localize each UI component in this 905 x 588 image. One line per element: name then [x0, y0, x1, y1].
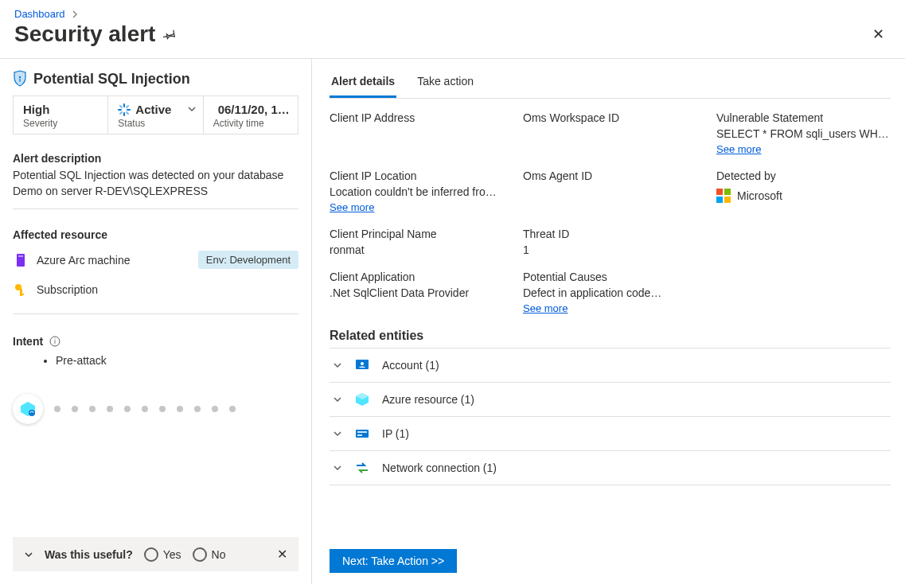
lbl-threat-id: Threat ID: [523, 228, 697, 240]
lbl-client-app: Client Application: [330, 271, 504, 283]
svg-rect-12: [18, 255, 23, 257]
tabs: Alert details Take action: [330, 70, 891, 99]
details-grid: Client IP Address Oms Workspace ID Vulne…: [330, 111, 891, 314]
affected-row-arc[interactable]: Azure Arc machine Env: Development: [13, 244, 298, 275]
active-icon: [118, 103, 131, 116]
status-label: Status: [118, 118, 193, 129]
lbl-oms-workspace: Oms Workspace ID: [523, 111, 697, 124]
feedback-bar: Was this useful? Yes No ✕: [13, 537, 298, 571]
account-icon: [353, 356, 371, 374]
val-detected-by: Microsoft: [737, 189, 782, 202]
related-row-network[interactable]: Network connection (1): [330, 451, 891, 485]
lbl-client-ip-loc: Client IP Location: [330, 169, 504, 182]
metric-severity: High Severity: [13, 96, 107, 134]
metric-activity: 06/11/20, 1… Activity time: [203, 96, 298, 134]
lbl-detected-by: Detected by: [716, 169, 891, 182]
key-icon: [13, 282, 29, 298]
intent-item: Pre-attack: [56, 354, 298, 367]
microsoft-logo-icon: [716, 189, 731, 203]
affected-row-subscription[interactable]: Subscription: [13, 275, 298, 304]
svg-line-6: [120, 106, 122, 107]
val-vuln-statement: SELECT * FROM sqli_users WHERE…: [716, 127, 891, 140]
network-connection-icon: [353, 459, 371, 477]
see-more-loc[interactable]: See more: [330, 201, 504, 213]
val-threat-id: 1: [523, 243, 697, 256]
intent-title: Intent: [13, 335, 43, 348]
see-more-causes[interactable]: See more: [523, 302, 697, 314]
related-row-account[interactable]: Account (1): [330, 349, 891, 383]
val-client-ip-loc: Location couldn't be inferred from…: [330, 185, 504, 198]
feedback-close-icon[interactable]: ✕: [277, 547, 287, 562]
chevron-right-icon: [70, 10, 80, 19]
chevron-down-icon[interactable]: [24, 550, 33, 559]
timeline-start-icon: [13, 394, 43, 424]
tab-alert-details[interactable]: Alert details: [330, 70, 396, 98]
severity-value: High: [23, 103, 98, 116]
next-take-action-button[interactable]: Next: Take Action >>: [330, 549, 457, 573]
val-client-app: .Net SqlClient Data Provider: [330, 286, 504, 299]
close-icon[interactable]: ✕: [866, 24, 891, 45]
server-icon: [13, 252, 29, 268]
activity-label: Activity time: [213, 118, 288, 129]
val-potential-causes: Defect in application code…: [523, 286, 697, 299]
description-title: Alert description: [13, 152, 298, 165]
shield-alert-icon: [13, 70, 27, 88]
info-icon[interactable]: i: [49, 336, 60, 347]
related-row-azure-resource[interactable]: Azure resource (1): [330, 383, 891, 417]
svg-line-8: [120, 112, 122, 114]
svg-point-19: [29, 410, 35, 416]
env-chip: Env: Development: [198, 251, 298, 269]
svg-rect-25: [357, 431, 367, 433]
tab-take-action[interactable]: Take action: [415, 70, 475, 98]
chevron-down-icon: [333, 429, 342, 438]
breadcrumb-dashboard[interactable]: Dashboard: [14, 8, 65, 20]
metric-status[interactable]: Active Status: [107, 96, 202, 134]
svg-line-9: [127, 106, 128, 107]
svg-text:i: i: [54, 337, 56, 345]
alert-metrics: High Severity Active Status: [13, 95, 298, 134]
svg-line-7: [127, 112, 128, 114]
intent-timeline: [13, 394, 298, 424]
ip-icon: [353, 425, 371, 442]
val-client-principal: ronmat: [330, 243, 504, 256]
lbl-client-principal: Client Principal Name: [330, 228, 504, 240]
related-entities-title: Related entities: [330, 329, 891, 343]
pin-icon[interactable]: [163, 28, 176, 41]
related-row-ip[interactable]: IP (1): [330, 417, 891, 451]
page-title: Security alert: [14, 21, 155, 47]
feedback-no[interactable]: No: [193, 547, 226, 562]
see-more-vuln[interactable]: See more: [716, 143, 891, 155]
chevron-down-icon: [333, 395, 342, 404]
related-row-label: IP (1): [382, 427, 409, 440]
lbl-oms-agent: Oms Agent ID: [523, 169, 697, 182]
status-value: Active: [135, 103, 171, 116]
activity-value: 06/11/20, 1…: [218, 103, 288, 116]
chevron-down-icon: [333, 463, 342, 473]
severity-label: Severity: [23, 118, 98, 129]
lbl-client-ip: Client IP Address: [330, 111, 504, 124]
feedback-yes[interactable]: Yes: [144, 547, 181, 562]
svg-rect-1: [19, 79, 20, 82]
affected-row-label: Subscription: [37, 283, 98, 296]
svg-rect-24: [356, 430, 369, 438]
feedback-question: Was this useful?: [45, 548, 133, 561]
related-row-label: Network connection (1): [382, 461, 497, 474]
svg-point-21: [361, 362, 364, 365]
affected-title: Affected resource: [13, 228, 298, 241]
affected-row-label: Azure Arc machine: [37, 254, 131, 267]
related-row-label: Azure resource (1): [382, 393, 474, 406]
description-body: Potential SQL Injection was detected on …: [13, 168, 298, 199]
svg-rect-15: [20, 294, 24, 295]
svg-point-0: [19, 76, 21, 78]
lbl-potential-causes: Potential Causes: [523, 271, 697, 283]
related-entities: Account (1) Azure resource (1) IP (1) Ne…: [330, 348, 891, 485]
chevron-down-icon: [333, 360, 342, 370]
lbl-vuln-statement: Vulnerable Statement: [716, 111, 891, 124]
alert-name: Potential SQL Injection: [33, 71, 190, 88]
intent-list: Pre-attack: [13, 354, 298, 367]
svg-rect-26: [357, 434, 362, 436]
azure-resource-icon: [353, 391, 371, 408]
chevron-down-icon: [187, 104, 197, 114]
related-row-label: Account (1): [382, 359, 439, 372]
breadcrumb: Dashboard: [14, 8, 891, 20]
